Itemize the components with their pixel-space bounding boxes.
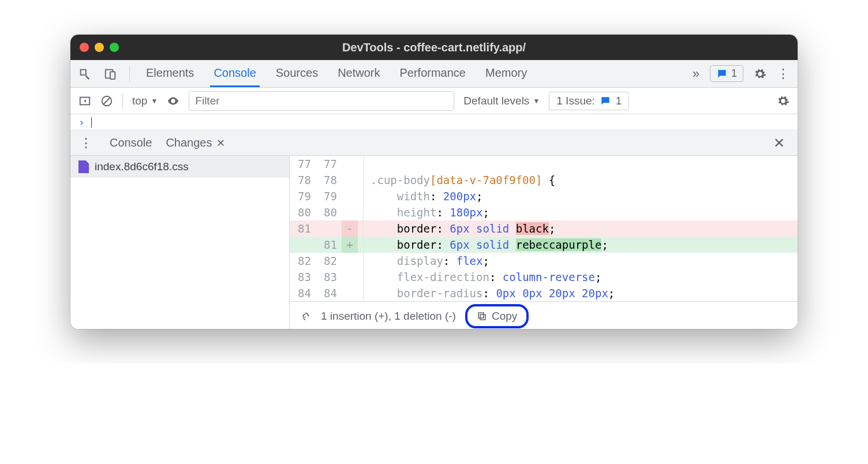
tab-memory[interactable]: Memory	[482, 61, 530, 87]
issues-icon	[716, 68, 728, 80]
diff-view: 77777878.cup-body[data-v-7a0f9f00] {7979…	[290, 156, 798, 329]
close-window-button[interactable]	[80, 43, 89, 52]
tab-console[interactable]: Console	[210, 61, 259, 87]
separator	[129, 66, 130, 82]
live-expression-icon[interactable]	[167, 95, 179, 107]
window-controls	[80, 43, 119, 52]
context-selector[interactable]: top▼	[132, 95, 158, 107]
inspect-icon[interactable]	[78, 68, 91, 80]
more-tabs-icon[interactable]: »	[693, 66, 699, 81]
css-file-icon	[78, 160, 89, 173]
panel-tabs: ElementsConsoleSourcesNetworkPerformance…	[70, 60, 798, 88]
log-levels-selector[interactable]: Default levels▼	[463, 95, 540, 107]
svg-rect-5	[480, 315, 485, 320]
file-item[interactable]: index.8d6c6f18.css	[70, 156, 289, 178]
kebab-menu-icon[interactable]: ⋮	[777, 66, 790, 81]
drawer-tab-changes[interactable]: Changes✕	[159, 132, 232, 154]
file-name: index.8d6c6f18.css	[95, 160, 189, 173]
copy-icon	[477, 311, 487, 321]
code-content: border-radius: 0px 0px 20px 20px;	[364, 285, 798, 301]
copy-label: Copy	[492, 310, 517, 323]
svg-rect-1	[110, 72, 115, 79]
window-title: DevTools - coffee-cart.netlify.app/	[342, 41, 526, 54]
drawer-close-button[interactable]: ✕	[765, 135, 793, 151]
tab-performance[interactable]: Performance	[396, 61, 470, 87]
drawer-kebab-icon[interactable]: ⋮	[75, 136, 97, 151]
issues-badge[interactable]: 1	[710, 65, 743, 82]
changes-panel: index.8d6c6f18.css 77777878.cup-body[dat…	[70, 156, 798, 329]
console-filter-input[interactable]	[189, 91, 454, 111]
diff-line: 8282 display: flex;	[290, 253, 798, 269]
code-content: width: 200px;	[364, 188, 798, 204]
diff-line: 81- border: 6px solid black;	[290, 220, 798, 237]
code-content: border: 6px solid black;	[364, 220, 798, 237]
clear-console-icon[interactable]	[100, 95, 113, 107]
code-content: height: 180px;	[364, 204, 798, 220]
zoom-window-button[interactable]	[110, 43, 119, 52]
devtools-window: DevTools - coffee-cart.netlify.app/ Elem…	[70, 35, 798, 329]
diff-line: 8080 height: 180px;	[290, 204, 798, 220]
diff-line: 7878.cup-body[data-v-7a0f9f00] {	[290, 172, 798, 188]
diff-line: 81+ border: 6px solid rebeccapurple;	[290, 237, 798, 253]
tab-elements[interactable]: Elements	[143, 61, 197, 87]
close-tab-icon[interactable]: ✕	[216, 137, 225, 149]
drawer-tabs: ⋮ ConsoleChanges✕ ✕	[70, 130, 798, 156]
diff-line: 8484 border-radius: 0px 0px 20px 20px;	[290, 285, 798, 301]
diff-line: 8383 flex-direction: column-reverse;	[290, 269, 798, 285]
changes-summary: 1 insertion (+), 1 deletion (-)	[321, 310, 456, 323]
tab-network[interactable]: Network	[334, 61, 383, 87]
titlebar: DevTools - coffee-cart.netlify.app/	[70, 35, 798, 60]
changes-footer: 1 insertion (+), 1 deletion (-) Copy	[290, 301, 798, 329]
code-content	[364, 156, 798, 172]
diff-line: 7777	[290, 156, 798, 172]
console-toolbar: top▼ Default levels▼ 1 Issue: 1	[70, 88, 798, 114]
separator	[122, 93, 123, 108]
code-content: .cup-body[data-v-7a0f9f00] {	[364, 172, 798, 188]
issues-icon	[600, 95, 611, 107]
drawer-tab-console[interactable]: Console	[103, 132, 159, 154]
issues-count: 1	[731, 68, 737, 80]
svg-line-4	[104, 98, 110, 104]
settings-gear-icon[interactable]	[754, 68, 766, 80]
changes-sidebar: index.8d6c6f18.css	[70, 156, 290, 329]
console-prompt[interactable]: ›	[70, 114, 798, 130]
code-content: border: 6px solid rebeccapurple;	[364, 237, 798, 253]
code-content: flex-direction: column-reverse;	[364, 269, 798, 285]
console-sidebar-toggle-icon[interactable]	[78, 95, 91, 107]
diff-line: 7979 width: 200px;	[290, 188, 798, 204]
minimize-window-button[interactable]	[95, 43, 104, 52]
tab-sources[interactable]: Sources	[272, 61, 321, 87]
svg-rect-6	[478, 313, 484, 318]
code-content: display: flex;	[364, 253, 798, 269]
issue-counter[interactable]: 1 Issue: 1	[549, 92, 629, 110]
revert-icon[interactable]	[299, 310, 312, 323]
device-toggle-icon[interactable]	[104, 68, 117, 80]
console-settings-icon[interactable]	[777, 95, 790, 107]
copy-button[interactable]: Copy	[465, 304, 529, 328]
